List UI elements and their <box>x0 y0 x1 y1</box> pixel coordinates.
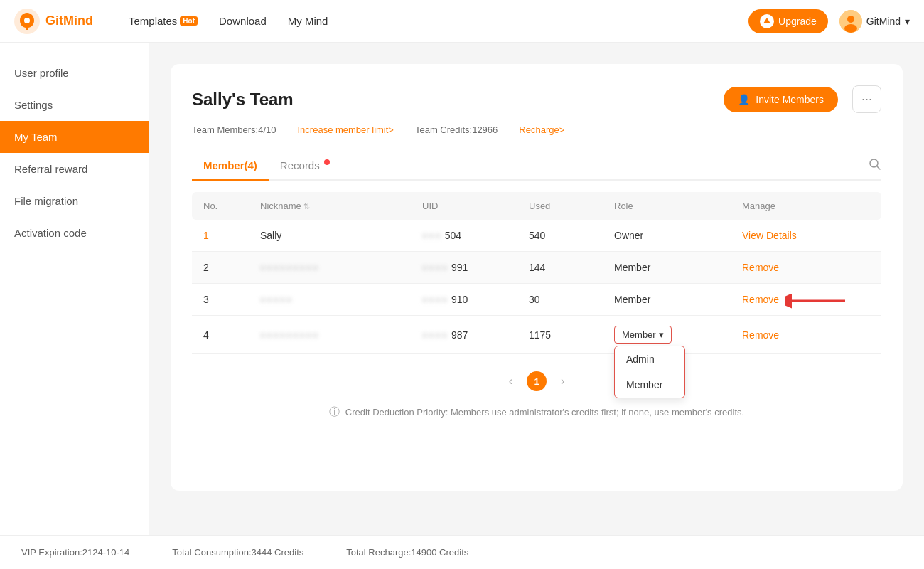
role-dropdown-menu: Admin Member <box>614 346 685 398</box>
row3-used: 30 <box>529 294 614 305</box>
svg-point-4 <box>847 16 854 23</box>
upgrade-icon <box>760 14 774 28</box>
sidebar-item-user-profile[interactable]: User profile <box>0 57 149 89</box>
row1-nickname: Sally <box>260 230 422 241</box>
col-no: No. <box>203 201 260 211</box>
upgrade-button[interactable]: Upgrade <box>748 9 828 33</box>
user-menu[interactable]: GitMind ▾ <box>839 10 910 33</box>
row1-no: 1 <box>203 230 260 241</box>
col-uid: UID <box>422 201 529 211</box>
row3-role: Member <box>614 294 742 305</box>
table-row: 1 Sally ●●● 504 540 Owner View Details <box>192 220 881 252</box>
row2-nickname: ●●●●●●●●● <box>260 262 422 272</box>
pagination: ‹ 1 › <box>192 371 881 391</box>
row3-nickname: ●●●●● <box>260 294 422 304</box>
row4-remove-link[interactable]: Remove <box>742 329 870 341</box>
col-nickname: Nickname ⇅ <box>260 201 422 211</box>
vip-expiration: VIP Expiration:2124-10-14 <box>21 547 129 558</box>
row3-no: 3 <box>203 294 260 305</box>
sort-icon[interactable]: ⇅ <box>303 202 310 211</box>
team-credits-text: Team Credits:12966 <box>415 124 498 135</box>
tab-member[interactable]: Member(4) <box>192 152 269 181</box>
row2-remove-link[interactable]: Remove <box>742 262 870 273</box>
logo[interactable]: GitMind <box>14 9 93 34</box>
header: GitMind Templates Hot Download My Mind U… <box>0 0 924 43</box>
row4-role-cell: Member ▾ Admin Member <box>614 326 742 344</box>
more-options-button[interactable]: ··· <box>852 85 881 113</box>
info-icon: ⓘ <box>329 405 340 419</box>
logo-text: GitMind <box>45 14 93 28</box>
row2-used: 144 <box>529 262 614 273</box>
row2-no: 2 <box>203 262 260 273</box>
team-header: Sally's Team 👤 Invite Members ··· <box>192 85 881 113</box>
role-option-member[interactable]: Member <box>615 372 684 398</box>
credit-note-text: Credit Deduction Priority: Members use a… <box>345 407 744 418</box>
sidebar: User profile Settings My Team Referral r… <box>0 43 149 535</box>
records-badge <box>324 159 330 165</box>
header-right: Upgrade GitMind ▾ <box>748 9 910 33</box>
user-name: GitMind <box>866 16 901 27</box>
svg-marker-2 <box>763 18 770 23</box>
total-recharge: Total Recharge:14900 Credits <box>346 547 468 558</box>
table-row: 2 ●●●●●●●●● ●●●● 991 144 Member Remove <box>192 252 881 284</box>
team-members-text: Team Members:4/10 <box>192 124 276 135</box>
role-option-admin[interactable]: Admin <box>615 346 684 372</box>
row1-role: Owner <box>614 230 742 241</box>
row3-remove-link[interactable]: Remove <box>742 294 779 305</box>
user-avatar <box>839 10 862 33</box>
current-page[interactable]: 1 <box>527 371 547 391</box>
row4-used: 1175 <box>529 329 614 341</box>
credit-note: ⓘ Credit Deduction Priority: Members use… <box>192 405 881 419</box>
invite-members-button[interactable]: 👤 Invite Members <box>724 87 838 112</box>
nav-templates[interactable]: Templates Hot <box>129 15 198 27</box>
red-arrow-annotation <box>785 287 849 315</box>
chevron-down-icon: ▾ <box>905 16 910 27</box>
row3-uid: ●●●● 910 <box>422 294 529 305</box>
row1-manage-link[interactable]: View Details <box>742 230 870 241</box>
members-table: No. Nickname ⇅ UID Used Role Manage 1 Sa… <box>192 192 881 354</box>
footer-bar: VIP Expiration:2124-10-14 Total Consumpt… <box>0 535 924 569</box>
invite-icon: 👤 <box>738 94 750 105</box>
svg-point-1 <box>24 18 30 23</box>
hot-badge: Hot <box>180 16 198 26</box>
row4-uid: ●●●● 987 <box>422 329 529 341</box>
team-info: Team Members:4/10 Increase member limit>… <box>192 124 881 135</box>
svg-line-7 <box>877 166 881 169</box>
col-role: Role <box>614 201 742 211</box>
table-header: No. Nickname ⇅ UID Used Role Manage <box>192 192 881 220</box>
col-manage: Manage <box>742 201 870 211</box>
table-row: 4 ●●●●●●●●● ●●●● 987 1175 Member ▾ <box>192 316 881 354</box>
tab-records[interactable]: Records <box>269 152 341 181</box>
total-consumption: Total Consumption:3444 Credits <box>172 547 303 558</box>
team-card: Sally's Team 👤 Invite Members ··· Team M… <box>171 64 903 491</box>
sidebar-item-activation-code[interactable]: Activation code <box>0 217 149 249</box>
sidebar-item-my-team[interactable]: My Team <box>0 121 149 153</box>
next-page-button[interactable]: › <box>555 372 570 390</box>
col-used: Used <box>529 201 614 211</box>
sidebar-item-referral-reward[interactable]: Referral reward <box>0 153 149 185</box>
nav-mymind[interactable]: My Mind <box>288 15 328 27</box>
row1-used: 540 <box>529 230 614 241</box>
recharge-link[interactable]: Recharge> <box>519 124 564 135</box>
table-row: 3 ●●●●● ●●●● 910 30 Member Remove <box>192 284 881 316</box>
role-dropdown-button[interactable]: Member ▾ <box>614 326 672 344</box>
sidebar-item-file-migration[interactable]: File migration <box>0 185 149 217</box>
row4-no: 4 <box>203 329 260 341</box>
increase-limit-link[interactable]: Increase member limit> <box>298 124 394 135</box>
search-button[interactable] <box>869 158 881 174</box>
dropdown-arrow: ▾ <box>659 329 664 340</box>
nav-download[interactable]: Download <box>219 15 267 27</box>
row2-uid: ●●●● 991 <box>422 262 529 273</box>
svg-point-5 <box>844 24 857 33</box>
row1-uid: ●●● 504 <box>422 230 529 241</box>
main-layout: User profile Settings My Team Referral r… <box>0 43 924 535</box>
sidebar-item-settings[interactable]: Settings <box>0 89 149 121</box>
row2-role: Member <box>614 262 742 273</box>
content-area: Sally's Team 👤 Invite Members ··· Team M… <box>149 43 924 535</box>
team-title: Sally's Team <box>192 90 294 110</box>
prev-page-button[interactable]: ‹ <box>503 372 518 390</box>
tabs: Member(4) Records <box>192 152 881 181</box>
row4-nickname: ●●●●●●●●● <box>260 330 422 340</box>
role-dropdown-wrapper: Member ▾ Admin Member <box>614 326 672 344</box>
